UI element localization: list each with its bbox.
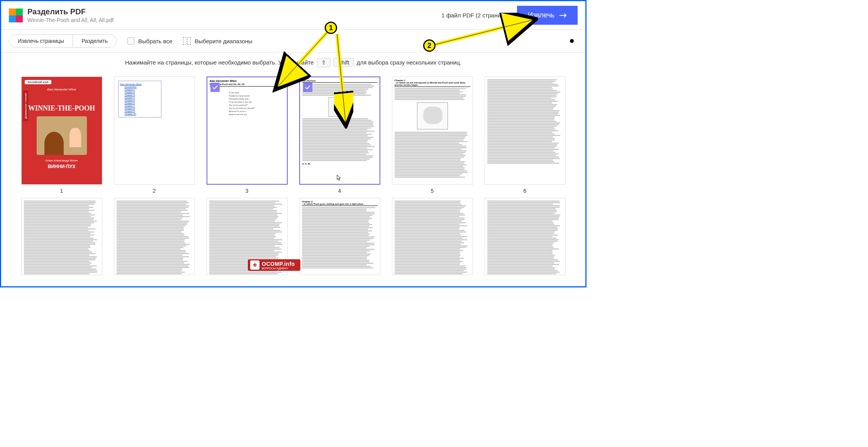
page-thumbnail[interactable] xyxy=(485,198,566,275)
page-number: 1 xyxy=(60,188,63,194)
page-number: 2 xyxy=(153,188,156,194)
watermark: + OCOMP.info ВОПРОСЫ АДМИНУ xyxy=(248,259,300,271)
page-thumbnail[interactable]: Alan Alexander MilneIntroductionChapter-… xyxy=(114,76,195,185)
app-title: Разделить PDF xyxy=(27,7,441,16)
select-all-checkbox[interactable]: Выбрать все xyxy=(127,37,172,44)
annotation-badge-1: 1 xyxy=(325,22,337,34)
page-item: Alan Alexander MilneIntroductionChapter-… xyxy=(114,76,195,194)
title-block: Разделить PDF Winnie-The-Pooh and All, A… xyxy=(27,7,441,23)
select-ranges-button[interactable]: ⋮ Выберите диапазоны xyxy=(183,37,252,45)
page-item xyxy=(21,198,102,275)
page-thumbnail[interactable]: Английский клуб Домашнее чтение Alan Ale… xyxy=(21,76,102,185)
app-logo xyxy=(9,8,23,22)
pages-container: Английский клуб Домашнее чтение Alan Ale… xyxy=(1,73,585,260)
page-thumbnail[interactable]: Chapter-2 ...in which Pooh goes visiting… xyxy=(299,198,380,275)
page-item: Английский клуб Домашнее чтение Alan Ale… xyxy=(21,76,102,194)
checkbox-icon xyxy=(127,37,134,44)
page-thumbnail[interactable] xyxy=(392,198,473,275)
page-number: 3 xyxy=(246,188,249,194)
page-item: Chapter-1 ...in which we are introduced … xyxy=(392,76,473,194)
page-thumbnail[interactable]: Chapter-1 ...in which we are introduced … xyxy=(392,76,473,185)
cursor-icon xyxy=(335,174,341,182)
file-name: Winnie-The-Pooh and All, All, All.pdf xyxy=(27,17,441,23)
page-number: 5 xyxy=(431,188,434,194)
page-number: 4 xyxy=(338,188,341,194)
annotation-arrow-1a xyxy=(271,27,337,93)
tab-split[interactable]: Разделить xyxy=(73,35,116,47)
check-icon xyxy=(210,83,220,92)
page-item xyxy=(114,198,195,275)
plus-icon: + xyxy=(250,260,259,270)
page-item: 6 xyxy=(485,76,566,194)
page-item: Chapter-2 ...in which Pooh goes visiting… xyxy=(299,198,380,275)
tab-extract-pages[interactable]: Извлечь страницы xyxy=(9,35,73,47)
toolbar-indicator xyxy=(570,39,574,43)
tab-group: Извлечь страницы Разделить xyxy=(9,34,117,48)
annotation-arrow-2 xyxy=(434,13,538,48)
page-item: Alan Alexander Milne Winnie-the-Pooh and… xyxy=(207,76,288,194)
annotation-arrow-1b xyxy=(334,32,353,129)
pages-row-1: Английский клуб Домашнее чтение Alan Ale… xyxy=(20,76,566,194)
page-thumbnail[interactable] xyxy=(21,198,102,275)
arrow-right-icon xyxy=(559,13,567,18)
page-item xyxy=(392,198,473,275)
annotation-badge-2: 2 xyxy=(423,39,436,52)
page-thumbnail[interactable] xyxy=(485,76,566,185)
page-item xyxy=(485,198,566,275)
page-thumbnail[interactable] xyxy=(114,198,195,275)
page-number: 6 xyxy=(524,188,527,194)
range-icon: ⋮ xyxy=(183,37,191,45)
